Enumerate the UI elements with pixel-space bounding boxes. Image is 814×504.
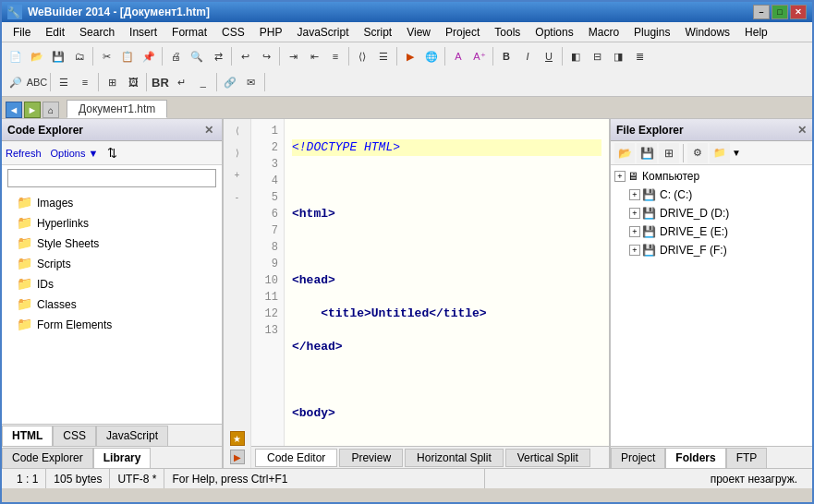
back-arrow[interactable]: ◄ — [6, 102, 22, 118]
gutter-icon-1[interactable]: ⟨ — [230, 123, 245, 138]
zoom-btn[interactable]: 🔎 — [6, 72, 26, 92]
tree-item-stylesheets[interactable]: 📁 Style Sheets — [2, 234, 222, 254]
expand-computer[interactable]: + — [614, 171, 626, 182]
tree-item-classes[interactable]: 📁 Classes — [2, 294, 222, 315]
doc-tab-active[interactable]: Документ1.htm — [67, 100, 167, 118]
arrow-icon[interactable]: ▶ — [230, 450, 245, 464]
menu-item-help[interactable]: Help — [737, 23, 775, 42]
tab-ftp[interactable]: FTP — [726, 448, 768, 468]
tree-item-ids[interactable]: 📁 IDs — [2, 274, 222, 294]
img-btn[interactable]: 🖼 — [123, 72, 143, 92]
fe-btn4[interactable]: ⚙ — [687, 143, 708, 163]
file-explorer-close[interactable]: ✕ — [797, 124, 807, 137]
align-btn[interactable]: ≡ — [325, 46, 346, 66]
align-justify-btn[interactable]: ≣ — [629, 46, 650, 66]
save-all-btn[interactable]: 🗂 — [69, 46, 90, 66]
link-btn[interactable]: 🔗 — [220, 72, 240, 92]
spell-btn[interactable]: ABC — [27, 72, 47, 92]
file-item-c[interactable]: + 💾 C: (C:) — [611, 186, 812, 204]
table-btn[interactable]: ⊞ — [102, 72, 122, 92]
email-btn[interactable]: ✉ — [241, 72, 261, 92]
undo-btn[interactable]: ↩ — [235, 46, 255, 66]
code-tab-preview[interactable]: Preview — [339, 449, 403, 467]
refresh-btn[interactable]: Refresh — [6, 148, 42, 159]
cut-btn[interactable]: ✂ — [96, 46, 116, 66]
menu-item-edit[interactable]: Edit — [38, 23, 72, 42]
fe-btn3[interactable]: ⊞ — [659, 143, 679, 163]
copy-btn[interactable]: 📋 — [117, 46, 138, 66]
num-list-btn[interactable]: ≡ — [75, 72, 95, 92]
expand-e[interactable]: + — [629, 226, 640, 237]
outdent-btn[interactable]: ⇤ — [304, 46, 324, 66]
expand-c[interactable]: + — [629, 189, 640, 200]
align-left-btn[interactable]: ◧ — [565, 46, 586, 66]
expand-d[interactable]: + — [629, 208, 640, 219]
fe-btn1[interactable]: 📂 — [614, 143, 635, 163]
menu-item-search[interactable]: Search — [72, 23, 122, 42]
menu-item-css[interactable]: CSS — [214, 23, 252, 42]
find-btn[interactable]: 🔍 — [187, 46, 207, 66]
redo-btn[interactable]: ↪ — [256, 46, 276, 66]
replace-btn[interactable]: ⇄ — [208, 46, 228, 66]
nbsp-btn[interactable]: _ — [193, 72, 213, 92]
search-input[interactable] — [7, 169, 216, 187]
menu-item-javascript[interactable]: JavaScript — [289, 23, 356, 42]
underline-btn[interactable]: U — [539, 46, 559, 66]
gutter-icon-2[interactable]: ⟩ — [230, 145, 245, 160]
menu-item-file[interactable]: File — [6, 23, 38, 42]
forward-arrow[interactable]: ► — [24, 102, 41, 118]
minimize-button[interactable]: – — [753, 5, 770, 19]
br-btn[interactable]: ↵ — [172, 72, 192, 92]
menu-item-view[interactable]: View — [399, 23, 438, 42]
file-item-d[interactable]: + 💾 DRIVE_D (D:) — [611, 204, 812, 222]
paste-btn[interactable]: 📌 — [139, 46, 159, 66]
tab-library[interactable]: Library — [93, 448, 152, 468]
print-btn[interactable]: 🖨 — [165, 46, 186, 66]
code-tab-editor[interactable]: Code Editor — [255, 449, 337, 467]
italic-btn[interactable]: I — [517, 46, 538, 66]
menu-item-insert[interactable]: Insert — [122, 23, 164, 42]
menu-item-plugins[interactable]: Plugins — [626, 23, 677, 42]
tab-folders[interactable]: Folders — [665, 448, 725, 468]
file-item-e[interactable]: + 💾 DRIVE_E (E:) — [611, 222, 812, 241]
open-btn[interactable]: 📂 — [27, 46, 47, 66]
menu-item-project[interactable]: Project — [438, 23, 487, 42]
bold-btn[interactable]: B — [496, 46, 516, 66]
browser-btn[interactable]: 🌐 — [421, 46, 442, 66]
new-btn[interactable]: 📄 — [6, 46, 26, 66]
bookmark-icon[interactable]: ★ — [230, 431, 245, 446]
run-btn[interactable]: ▶ — [400, 46, 420, 66]
save-btn[interactable]: 💾 — [48, 46, 68, 66]
maximize-button[interactable]: □ — [771, 5, 788, 19]
tab-code-explorer[interactable]: Code Explorer — [2, 448, 93, 468]
code-content[interactable]: <!DOCTYPE HTML> <html> <head> <title>Unt… — [285, 119, 609, 446]
gutter-icon-minus[interactable]: - — [230, 189, 245, 204]
file-item-f[interactable]: + 💾 DRIVE_F (F:) — [611, 241, 812, 259]
tag-btn[interactable]: ⟨⟩ — [352, 46, 372, 66]
menu-item-php[interactable]: PHP — [252, 23, 290, 42]
close-button[interactable]: ✕ — [790, 5, 807, 19]
color2-btn[interactable]: A⁺ — [469, 46, 490, 66]
align-right-btn[interactable]: ◨ — [608, 46, 628, 66]
menu-item-options[interactable]: Options — [528, 23, 580, 42]
tree-item-formelements[interactable]: 📁 Form Elements — [2, 315, 222, 335]
tree-item-scripts[interactable]: 📁 Scripts — [2, 254, 222, 274]
menu-item-windows[interactable]: Windows — [677, 23, 737, 42]
sort-btn[interactable]: ⇅ — [107, 146, 117, 160]
tree-item-images[interactable]: 📁 Images — [2, 193, 222, 213]
align-center-btn[interactable]: ⊟ — [587, 46, 607, 66]
options-btn[interactable]: Options ▼ — [51, 148, 99, 159]
fe-btn2[interactable]: 💾 — [637, 143, 657, 163]
menu-item-tools[interactable]: Tools — [487, 23, 528, 42]
expand-f[interactable]: + — [629, 245, 640, 256]
tab-javascript[interactable]: JavaScript — [96, 426, 168, 446]
gutter-icon-plus[interactable]: + — [230, 167, 245, 182]
menu-item-macro[interactable]: Macro — [581, 23, 626, 42]
code-tab-vsplit[interactable]: Vertical Split — [505, 449, 590, 467]
home-btn[interactable]: ⌂ — [43, 102, 59, 118]
code-area[interactable]: 1 2 3 4 5 6 7 8 9 10 11 12 13 <!DOCTYPE … — [251, 119, 609, 446]
code-explorer-close[interactable]: ✕ — [201, 123, 216, 138]
tab-project[interactable]: Project — [611, 448, 665, 468]
tab-html[interactable]: HTML — [2, 426, 53, 446]
code-tab-hsplit[interactable]: Horizontal Split — [405, 449, 504, 467]
